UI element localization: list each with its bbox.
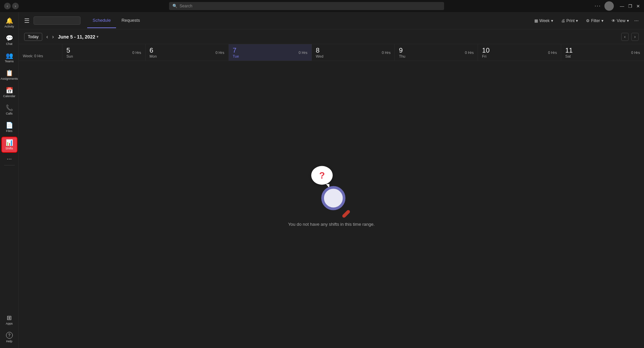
window-controls: — ❐ ✕ [620, 4, 640, 8]
right-arrow-button[interactable]: › [631, 33, 639, 41]
day-header-tue: 7 Tue 0 Hrs [229, 44, 312, 61]
day-num-wed: 8 [316, 47, 323, 54]
today-button[interactable]: Today [24, 33, 42, 41]
day-num-mon: 6 [150, 47, 157, 54]
assignments-icon: 📋 [6, 70, 13, 76]
day-num-sat: 11 [565, 47, 573, 54]
teams-icon: 👥 [6, 53, 13, 59]
top-bar: ☰ Schedule Requests ▦ Week ▾ 🖨 Print ▾ ⚙ [19, 12, 644, 29]
more-options-icon[interactable]: ··· [595, 3, 601, 9]
hamburger-menu[interactable]: ☰ [24, 17, 30, 24]
help-icon: ? [6, 332, 13, 339]
sidebar-item-calls[interactable]: 📞 Calls [1, 102, 17, 118]
back-button[interactable]: ‹ [4, 3, 11, 9]
day-header-fri: 10 Fri 0 Hrs [478, 44, 561, 61]
day-num-tue: 7 [233, 47, 239, 54]
print-label: Print [567, 18, 575, 23]
files-icon: 📄 [6, 122, 13, 128]
next-week-button[interactable]: › [52, 34, 54, 40]
magnifier-circle [321, 186, 345, 210]
day-col-mon: 6 Mon 0 Hrs [146, 44, 229, 61]
day-name-tue: Tue [233, 54, 239, 58]
day-info-mon: 6 Mon [150, 47, 157, 58]
title-bar-left: ‹ › [4, 3, 19, 9]
question-mark: ? [319, 170, 325, 181]
day-name-sun: Sun [66, 54, 73, 58]
magnifier [321, 186, 352, 216]
day-num-fri: 10 [482, 47, 489, 54]
day-col-tue: 7 Tue 0 Hrs [229, 44, 312, 61]
week-label: Week [539, 18, 549, 23]
view-button[interactable]: 👁 View ▾ [609, 17, 632, 24]
print-icon: 🖨 [561, 18, 565, 23]
sidebar-more-button[interactable]: ··· [7, 155, 12, 162]
sidebar-bottom: ⊞ Apps ? Help [1, 312, 17, 345]
chat-icon: 💬 [6, 35, 13, 41]
cal-nav-right: ‹ › [621, 33, 639, 41]
sidebar-item-teams[interactable]: 👥 Teams [1, 50, 17, 66]
day-col-wed: 8 Wed 0 Hrs [312, 44, 395, 61]
day-header-sun: 5 Sun 0 Hrs [62, 44, 145, 61]
sidebar-label-calls: Calls [6, 112, 12, 115]
week-header: Week: 0 Hrs [19, 44, 62, 61]
view-label: View [617, 18, 626, 23]
close-button[interactable]: ✕ [636, 4, 640, 8]
calendar-nav: Today ‹ › June 5 - 11, 2022 ▾ ‹ › [19, 29, 644, 44]
sidebar-item-calendar[interactable]: 📅 Calendar [1, 84, 17, 100]
day-grid: Week: 0 Hrs 5 Sun 0 Hrs [19, 44, 644, 61]
filter-icon: ⚙ [586, 18, 590, 23]
day-info-thu: 9 Thu [399, 47, 405, 58]
day-col-sun: 5 Sun 0 Hrs [62, 44, 146, 61]
print-chevron-icon: ▾ [576, 18, 578, 23]
sidebar-label-teams: Teams [5, 60, 14, 63]
filter-button[interactable]: ⚙ Filter ▾ [583, 17, 606, 24]
more-actions-icon[interactable]: ··· [634, 18, 639, 24]
top-bar-right: ▦ Week ▾ 🖨 Print ▾ ⚙ Filter ▾ 👁 View [532, 17, 639, 24]
week-hours-label: Week: 0 Hrs [23, 54, 43, 58]
sidebar-label-activity: Activity [4, 25, 14, 28]
sidebar-item-apps[interactable]: ⊞ Apps [1, 312, 17, 328]
print-button[interactable]: 🖨 Print ▾ [558, 17, 581, 24]
org-selector[interactable] [34, 16, 80, 25]
day-hrs-tue: 0 Hrs [299, 51, 307, 55]
tab-schedule[interactable]: Schedule [87, 13, 116, 28]
sidebar-item-files[interactable]: 📄 Files [1, 119, 17, 135]
sidebar-item-assignments[interactable]: 📋 Assignments [1, 67, 17, 83]
week-chevron-icon: ▾ [551, 18, 553, 23]
activity-icon: 🔔 [6, 18, 13, 24]
day-header-thu: 9 Thu 0 Hrs [395, 44, 478, 61]
day-hrs-thu: 0 Hrs [465, 51, 474, 55]
tab-requests[interactable]: Requests [116, 13, 145, 28]
prev-week-button[interactable]: ‹ [46, 34, 48, 40]
sidebar-item-help[interactable]: ? Help [1, 329, 17, 345]
tab-navigation: Schedule Requests [87, 13, 145, 28]
forward-button[interactable]: › [12, 3, 19, 9]
day-header-mon: 6 Mon 0 Hrs [146, 44, 228, 61]
day-header-sat: 11 Sat 0 Hrs [561, 44, 644, 61]
sidebar: 🔔 Activity 💬 Chat 👥 Teams 📋 Assignments … [0, 12, 19, 348]
avatar[interactable] [604, 1, 614, 11]
calls-icon: 📞 [6, 105, 13, 111]
day-hrs-fri: 0 Hrs [548, 51, 557, 55]
day-info-sun: 5 Sun [66, 47, 73, 58]
week-view-button[interactable]: ▦ Week ▾ [532, 17, 555, 24]
maximize-button[interactable]: ❐ [628, 4, 632, 8]
day-info-tue: 7 Tue [233, 47, 239, 58]
sidebar-item-chat[interactable]: 💬 Chat [1, 32, 17, 48]
sidebar-item-activity[interactable]: 🔔 Activity [1, 15, 17, 31]
calendar-icon: 📅 [6, 87, 13, 93]
sidebar-label-apps: Apps [6, 322, 13, 325]
day-name-fri: Fri [482, 54, 489, 58]
minimize-button[interactable]: — [620, 4, 624, 8]
sidebar-item-shifts[interactable]: 📊 Shifts [1, 137, 17, 153]
day-col-sat: 11 Sat 0 Hrs [561, 44, 644, 61]
day-name-thu: Thu [399, 54, 405, 58]
day-header-wed: 8 Wed 0 Hrs [312, 44, 395, 61]
day-hrs-sat: 0 Hrs [631, 51, 640, 55]
left-arrow-button[interactable]: ‹ [621, 33, 629, 41]
day-info-wed: 8 Wed [316, 47, 323, 58]
date-range-chevron-icon: ▾ [97, 35, 98, 39]
sidebar-label-assignments: Assignments [1, 77, 18, 80]
date-range-display[interactable]: June 5 - 11, 2022 ▾ [58, 34, 98, 40]
search-bar[interactable]: 🔍 Search [169, 2, 444, 10]
